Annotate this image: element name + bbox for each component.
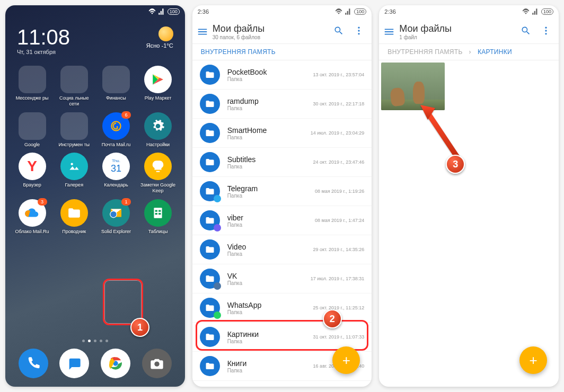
app-label: Финансы [106,95,126,101]
folder-row[interactable]: VKПапка17 июл. 2019 г., 17:38:31 [192,264,372,293]
image-thumbnail[interactable] [381,63,445,110]
app-социа-льные-сети[interactable]: Социа льные сети [55,66,93,107]
dock-chrome[interactable] [101,349,130,378]
folder-name: Subtitles [227,155,306,164]
page-title: Мои файлы [213,23,330,34]
app-настройки[interactable]: Настройки [139,112,178,148]
folder-icon [200,65,220,85]
app-проводник[interactable]: Проводник [55,199,93,235]
folder-icon [200,239,220,260]
folder-icon [200,327,220,347]
step-badge-2: 2 [323,309,342,328]
chevron-right-icon: › [469,48,471,56]
app-галерея[interactable]: Галерея [55,153,93,194]
status-bar: 100 [5,5,185,18]
app-label: Google [24,142,40,148]
signal-icon [532,8,539,15]
folder-type: Папка [227,309,306,315]
folder-list[interactable]: PocketBookПапка13 окт. 2019 г., 23:57:04… [192,60,372,387]
weather[interactable]: Ясно -1°C [146,26,173,49]
app-календарь[interactable]: Thu.31Календарь [96,153,135,194]
app-label: Play Маркет [145,95,171,101]
svg-point-9 [358,33,360,34]
folder-icon [200,356,220,376]
app-solid-explorer[interactable]: 1Solid Explorer [96,199,135,235]
breadcrumb-item[interactable]: ВНУТРЕННЯЯ ПАМЯТЬ [201,48,276,56]
camera-icon [142,349,172,378]
breadcrumb-item[interactable]: ВНУТРЕННЯЯ ПАМЯТЬ [387,48,462,56]
app-таблицы[interactable]: Таблицы [139,199,178,235]
breadcrumb: ВНУТРЕННЯЯ ПАМЯТЬ [192,43,372,60]
chrome-icon [101,349,130,378]
more-button[interactable] [541,25,551,38]
play-icon [144,66,172,93]
more-button[interactable] [354,25,364,38]
breadcrumb: ВНУТРЕННЯЯ ПАМЯТЬ › КАРТИНКИ [379,43,559,60]
breadcrumb-item[interactable]: КАРТИНКИ [478,48,512,56]
app-облако-mail.ru[interactable]: 3Облако Mail.Ru [13,199,51,235]
folder-name: PocketBook [227,68,306,76]
folder-type: Папка [227,280,303,286]
app-google[interactable]: Google [13,112,51,148]
folder-row[interactable]: SmartHomeПапка14 июл. 2019 г., 23:04:29 [192,119,372,148]
app-play-маркет[interactable]: Play Маркет [139,66,178,107]
status-icons: 100 [148,8,180,15]
folder-icon [19,112,46,140]
app-header: Мои файлы 1 файл [379,18,559,43]
search-button[interactable] [521,25,531,38]
folder-row[interactable]: TelegramПапка08 мая 2019 г., 1:19:26 [192,177,372,206]
folder-icon [60,66,88,93]
badge: 6 [121,111,131,119]
folder-row[interactable]: viberПапка08 мая 2019 г., 1:47:24 [192,206,372,235]
dock [5,349,185,378]
app-label: Социа льные сети [55,95,93,107]
badge: 1 [121,198,131,206]
svg-point-11 [545,30,547,31]
app-label: Облако Mail.Ru [15,229,49,235]
app-браузер[interactable]: YБраузер [13,153,51,194]
app-label: Браузер [23,182,41,188]
yandex-icon: Y [19,153,46,180]
homescreen: 100 11:08 Чт, 31 октября Ясно -1°C Мессе… [5,5,185,387]
svg-point-2 [110,211,117,218]
folder-date: 08 мая 2019 г., 1:19:26 [315,189,364,194]
wifi-icon [335,8,342,15]
wifi-icon [148,8,156,15]
folder-row[interactable]: PocketBookПапка13 окт. 2019 г., 23:57:04 [192,60,372,90]
folder-type: Папка [227,105,306,111]
app-финансы[interactable]: Финансы [96,66,135,107]
app-инструмен-ты[interactable]: Инструмен ты [55,112,93,148]
svg-point-8 [358,30,360,31]
folder-row[interactable]: VideoПапка29 окт. 2019 г., 14:35:26 [192,235,372,264]
folder-date: 13 окт. 2019 г., 23:57:04 [313,72,364,77]
dock-phone[interactable] [19,349,48,378]
dock-messages[interactable] [59,349,89,378]
folder-row[interactable]: ramdumpПапка30 окт. 2019 г., 22:17:18 [192,90,372,119]
folder-name: SmartHome [227,126,303,135]
app-label: Заметки Google Keep [139,182,177,194]
wifi-icon [522,8,530,15]
search-button[interactable] [333,25,344,38]
fab-add[interactable]: + [519,346,547,374]
app-мессендже-ры[interactable]: Мессендже ры [13,66,51,107]
svg-point-1 [70,163,73,165]
folder-name: Telegram [227,184,307,193]
folder-type: Папка [227,222,307,228]
menu-button[interactable] [197,26,208,38]
dock-camera[interactable] [142,349,172,378]
folder-name: ramdump [227,97,306,105]
app-заметки-google-keep[interactable]: Заметки Google Keep [139,153,178,194]
app-label: Проводник [62,229,86,235]
folder-date: 14 июл. 2019 г., 23:04:29 [311,130,365,136]
app-почта-mail.ru[interactable]: 6Почта Mail.ru [96,112,135,148]
menu-button[interactable] [383,26,395,38]
fab-add[interactable]: + [332,346,360,374]
folder-icon [200,152,220,172]
solid-explorer-root: 2:36 100 Мои файлы 30 папок, 6 файлов ВН… [192,5,372,387]
svg-point-7 [358,27,360,29]
folder-date: 31 окт. 2019 г., 11:07:33 [313,334,364,340]
folder-row[interactable]: SubtitlesПапка24 окт. 2019 г., 23:47:46 [192,148,372,177]
folder-icon [200,94,220,114]
folder-row[interactable]: WhatsAppПапка25 окт. 2019 г., 11:25:12 [192,293,372,323]
app-label: Мессендже ры [16,95,49,101]
